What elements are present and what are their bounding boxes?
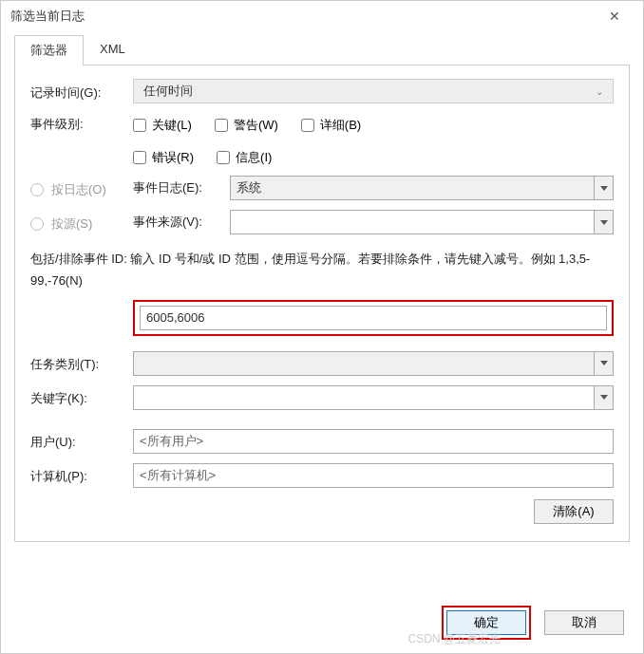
ok-button[interactable]: 确定 — [446, 610, 526, 635]
row-keywords: 关键字(K): — [30, 385, 614, 410]
taskcategory-combo — [133, 351, 614, 376]
dialog-window: 筛选当前日志 ✕ 筛选器 XML 记录时间(G): 任何时间 ⌄ 事件级别: — [0, 0, 644, 654]
label-user: 用户(U): — [30, 431, 133, 451]
eventlogs-value: 系统 — [237, 179, 261, 196]
tab-xml[interactable]: XML — [84, 35, 142, 65]
chevron-down-icon: ⌄ — [596, 86, 603, 97]
window-title: 筛选当前日志 — [10, 8, 85, 25]
chk-critical-box[interactable] — [133, 119, 146, 132]
dropdown-button-icon — [594, 177, 613, 199]
logged-dropdown-value: 任何时间 — [143, 83, 193, 100]
chk-critical[interactable]: 关键(L) — [133, 117, 192, 134]
row-taskcategory: 任务类别(T): — [30, 351, 614, 376]
chk-error-box[interactable] — [133, 151, 146, 164]
label-bylog: 按日志(O) — [30, 178, 133, 198]
user-input[interactable] — [133, 429, 614, 454]
keywords-combo[interactable] — [133, 385, 614, 410]
label-logged: 记录时间(G): — [30, 82, 133, 102]
close-icon[interactable]: ✕ — [596, 9, 634, 24]
titlebar: 筛选当前日志 ✕ — [1, 1, 643, 31]
label-eventsources: 事件来源(V): — [133, 214, 220, 231]
row-computer: 计算机(P): — [30, 463, 614, 488]
label-keywords: 关键字(K): — [30, 387, 133, 407]
tab-bar: 筛选器 XML — [14, 35, 630, 65]
label-taskcategory: 任务类别(T): — [30, 353, 133, 373]
tab-filter[interactable]: 筛选器 — [14, 35, 84, 65]
content-area: 筛选器 XML 记录时间(G): 任何时间 ⌄ 事件级别: 关键(L) — [1, 31, 643, 599]
label-level: 事件级别: — [30, 113, 133, 133]
dropdown-button-icon — [594, 352, 613, 375]
event-id-input[interactable] — [140, 306, 607, 330]
chk-warning-box[interactable] — [215, 119, 228, 132]
eventsources-combo[interactable] — [230, 210, 614, 234]
row-level: 事件级别: 关键(L) 警告(W) 详细(B) 错误(R) 信息(I) — [30, 113, 614, 166]
event-id-hint: 包括/排除事件 ID: 输入 ID 号和/或 ID 范围，使用逗号分隔。若要排除… — [30, 248, 614, 292]
chk-verbose-box[interactable] — [301, 119, 314, 132]
dropdown-button-icon[interactable] — [594, 386, 613, 409]
row-logged: 记录时间(G): 任何时间 ⌄ — [30, 79, 614, 103]
row-bylog: 按日志(O) 事件日志(E): 系统 — [30, 176, 614, 200]
label-eventlogs: 事件日志(E): — [133, 179, 220, 196]
chk-error[interactable]: 错误(R) — [133, 149, 194, 166]
chk-information[interactable]: 信息(I) — [217, 149, 272, 166]
filter-panel: 记录时间(G): 任何时间 ⌄ 事件级别: 关键(L) 警告(W) 详细(B) — [14, 65, 630, 542]
chk-warning[interactable]: 警告(W) — [215, 117, 278, 134]
ok-highlight: 确定 — [442, 606, 531, 640]
radio-bylog — [30, 183, 44, 196]
clear-button[interactable]: 清除(A) — [534, 499, 614, 524]
cancel-button[interactable]: 取消 — [544, 610, 624, 635]
dialog-footer: 确定 取消 — [442, 606, 624, 640]
logged-dropdown[interactable]: 任何时间 ⌄ — [133, 79, 614, 103]
row-bysource: 按源(S) 事件来源(V): — [30, 210, 614, 234]
chk-information-box[interactable] — [217, 151, 230, 164]
row-user: 用户(U): — [30, 429, 614, 454]
chk-verbose[interactable]: 详细(B) — [301, 117, 361, 134]
label-bysource: 按源(S) — [30, 213, 133, 233]
dropdown-button-icon[interactable] — [594, 211, 613, 234]
computer-input[interactable] — [133, 463, 614, 488]
radio-bysource — [30, 217, 44, 231]
event-id-highlight — [133, 300, 614, 336]
eventlogs-combo: 系统 — [230, 176, 614, 200]
label-computer: 计算机(P): — [30, 465, 133, 485]
